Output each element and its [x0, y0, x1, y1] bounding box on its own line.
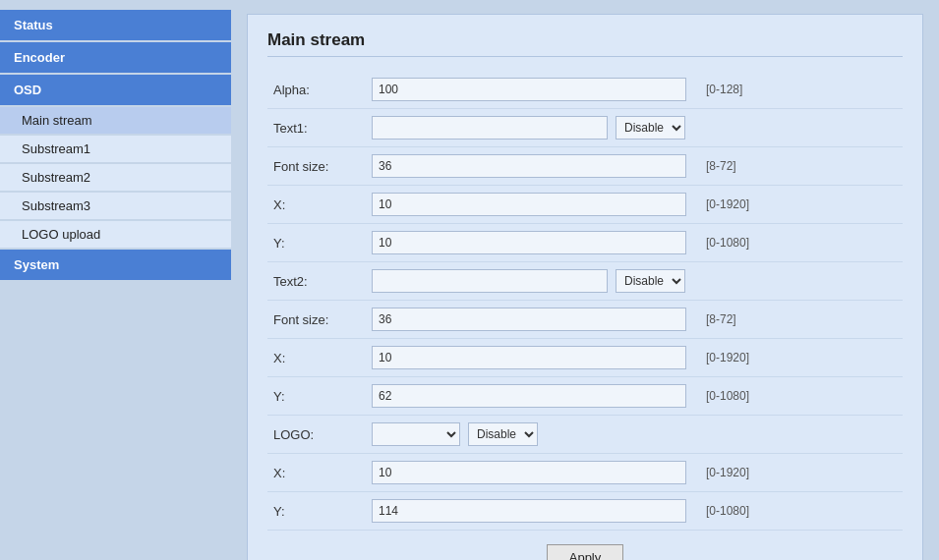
- text2-range: [700, 262, 903, 301]
- alpha-label: Alpha:: [267, 71, 366, 109]
- content-panel: Main stream Alpha: [0-128] Text1: Disabl…: [247, 14, 923, 560]
- logo-disable-select[interactable]: Disable Enable: [468, 422, 538, 446]
- x3-range: [0-1920]: [700, 454, 903, 492]
- text1-input[interactable]: [372, 116, 608, 140]
- sidebar-item-substream3[interactable]: Substream3: [0, 193, 231, 219]
- y2-row: Y: [0-1080]: [267, 377, 903, 416]
- logo-range: [700, 416, 903, 454]
- apply-button[interactable]: Apply: [547, 544, 624, 560]
- font-size1-range: [8-72]: [700, 147, 903, 186]
- sidebar-item-encoder[interactable]: Encoder: [0, 42, 231, 73]
- font-size1-row: Font size: [8-72]: [267, 147, 903, 186]
- x3-row: X: [0-1920]: [267, 454, 903, 492]
- x1-input-cell: [366, 186, 700, 224]
- x3-label: X:: [267, 454, 366, 492]
- form-table: Alpha: [0-128] Text1: Disable Enable: [267, 71, 903, 531]
- text2-input-cell: Disable Enable: [366, 262, 700, 301]
- x3-input-cell: [366, 454, 700, 492]
- sidebar-item-substream1[interactable]: Substream1: [0, 136, 231, 162]
- x1-input[interactable]: [372, 193, 686, 216]
- text2-disable-select[interactable]: Disable Enable: [616, 269, 685, 293]
- font-size2-input-cell: [366, 301, 700, 339]
- sidebar-item-osd[interactable]: OSD: [0, 75, 231, 105]
- text1-disable-select[interactable]: Disable Enable: [616, 116, 685, 140]
- x2-label: X:: [267, 339, 366, 377]
- y1-label: Y:: [267, 224, 366, 262]
- alpha-input[interactable]: [372, 78, 686, 101]
- sidebar-item-logo-upload[interactable]: LOGO upload: [0, 221, 231, 248]
- y2-input-cell: [366, 377, 700, 416]
- y2-input[interactable]: [372, 384, 686, 408]
- x3-input[interactable]: [372, 461, 686, 484]
- text1-input-cell: Disable Enable: [366, 109, 700, 147]
- page-title: Main stream: [267, 30, 903, 57]
- font-size1-input-cell: [366, 147, 700, 186]
- sidebar-item-system[interactable]: System: [0, 250, 231, 280]
- text2-row: Text2: Disable Enable: [267, 262, 903, 301]
- x2-input[interactable]: [372, 346, 686, 369]
- font-size2-row: Font size: [8-72]: [267, 301, 903, 339]
- x2-input-cell: [366, 339, 700, 377]
- alpha-row: Alpha: [0-128]: [267, 71, 903, 109]
- y1-input[interactable]: [372, 231, 686, 254]
- x2-row: X: [0-1920]: [267, 339, 903, 377]
- alpha-range: [0-128]: [700, 71, 903, 109]
- logo-row: LOGO: Disable Enable: [267, 416, 903, 454]
- x1-label: X:: [267, 186, 366, 224]
- y3-row: Y: [0-1080]: [267, 492, 903, 531]
- font-size2-label: Font size:: [267, 301, 366, 339]
- text1-row-cell: Disable Enable: [372, 116, 694, 140]
- text1-range: [700, 109, 903, 147]
- x1-range: [0-1920]: [700, 186, 903, 224]
- y1-input-cell: [366, 224, 700, 262]
- alpha-input-cell: [366, 71, 700, 109]
- y2-label: Y:: [267, 377, 366, 416]
- logo-input-cell: Disable Enable: [366, 416, 700, 454]
- y2-range: [0-1080]: [700, 377, 903, 416]
- main-content: Main stream Alpha: [0-128] Text1: Disabl…: [231, 0, 939, 560]
- font-size1-label: Font size:: [267, 147, 366, 186]
- y3-range: [0-1080]: [700, 492, 903, 531]
- sidebar-item-status[interactable]: Status: [0, 10, 231, 40]
- text2-row-cell: Disable Enable: [372, 269, 694, 293]
- y3-input-cell: [366, 492, 700, 531]
- logo-label: LOGO:: [267, 416, 366, 454]
- y3-input[interactable]: [372, 499, 686, 523]
- font-size2-range: [8-72]: [700, 301, 903, 339]
- font-size2-input[interactable]: [372, 308, 686, 331]
- text2-label: Text2:: [267, 262, 366, 301]
- y3-label: Y:: [267, 492, 366, 531]
- y1-row: Y: [0-1080]: [267, 224, 903, 262]
- x1-row: X: [0-1920]: [267, 186, 903, 224]
- text1-row: Text1: Disable Enable: [267, 109, 903, 147]
- sidebar-item-main-stream[interactable]: Main stream: [0, 107, 231, 134]
- sidebar: Status Encoder OSD Main stream Substream…: [0, 0, 231, 560]
- text1-label: Text1:: [267, 109, 366, 147]
- logo-select[interactable]: [372, 422, 460, 446]
- font-size1-input[interactable]: [372, 154, 686, 178]
- x2-range: [0-1920]: [700, 339, 903, 377]
- sidebar-item-substream2[interactable]: Substream2: [0, 164, 231, 191]
- apply-row: Apply: [267, 531, 903, 560]
- text2-input[interactable]: [372, 269, 608, 293]
- logo-row-cell: Disable Enable: [372, 422, 694, 446]
- y1-range: [0-1080]: [700, 224, 903, 262]
